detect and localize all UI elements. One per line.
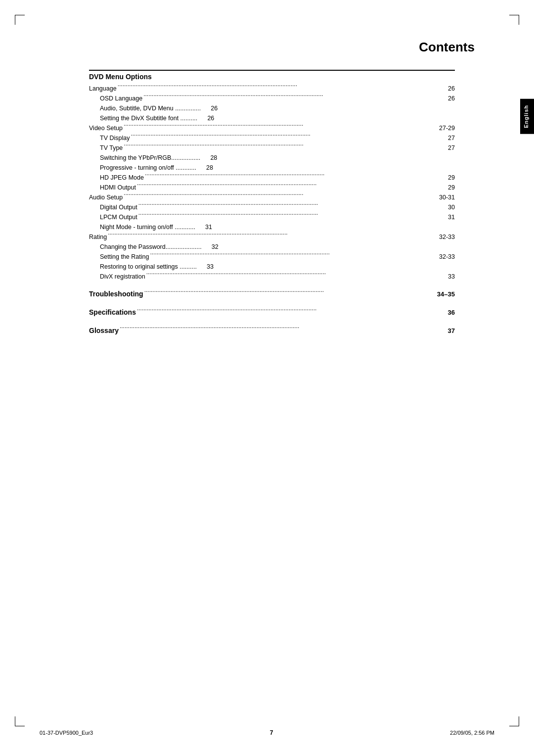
toc-page: 26: [199, 113, 214, 123]
toc-filler: [137, 308, 439, 315]
toc-label: Video Setup: [89, 123, 123, 133]
toc-label: Setting the Rating: [100, 252, 149, 262]
corner-mark-bl: [15, 716, 25, 726]
toc-filler: [138, 213, 439, 219]
toc-item-osd-language: OSD Language 26: [89, 94, 455, 103]
dvd-menu-options-title: DVD Menu Options: [89, 73, 455, 81]
toc-label: Rating: [89, 232, 107, 242]
toc-page: 27: [440, 133, 455, 143]
toc-label: TV Display: [100, 133, 130, 143]
toc-item-divx-subtitle: Setting the DivX Subtitle font .........…: [89, 113, 455, 123]
toc-label: Language: [89, 84, 117, 94]
toc-item-divx-reg: DivX registration 33: [89, 272, 455, 282]
toc-item-troubleshooting: Troubleshooting 34–35: [89, 288, 455, 300]
footer-date: 22/09/05, 2:56 PM: [450, 730, 494, 736]
toc-page: 32-33: [439, 252, 455, 262]
toc-filler: [120, 327, 439, 333]
toc-filler: [124, 124, 438, 130]
toc-label: DivX registration: [100, 272, 145, 282]
toc-page: 26: [440, 84, 455, 94]
toc-page: 28: [198, 163, 213, 173]
toc-page: 29: [440, 173, 455, 183]
corner-mark-tr: [509, 15, 519, 25]
toc-item-password: Changing the Password...................…: [89, 242, 455, 252]
toc-filler: [138, 203, 439, 209]
toc-label: Restoring to original settings .........…: [100, 262, 197, 272]
toc-item-audio-subtitle: Audio, Subtitle, DVD Menu ..............…: [89, 103, 455, 113]
toc-item-progressive: Progressive - turning on/off ...........…: [89, 163, 455, 173]
toc-page: 27: [440, 143, 455, 153]
toc-page: 33: [199, 262, 214, 272]
corner-mark-br: [509, 716, 519, 726]
toc-label: OSD Language: [100, 94, 142, 103]
toc-item-ypbpr: Switching the YPbPr/RGB.................…: [89, 153, 455, 163]
toc-page: 30-31: [439, 192, 455, 202]
toc-label: Switching the YPbPr/RGB.................: [100, 153, 200, 163]
toc-page: 32-33: [439, 232, 455, 242]
toc-item-restore: Restoring to original settings .........…: [89, 262, 455, 272]
corner-mark-tl: [15, 15, 25, 25]
toc-filler: [108, 233, 438, 239]
toc-item-tv-type: TV Type 27: [89, 143, 455, 153]
toc-filler: [137, 183, 439, 189]
toc-filler: [146, 272, 439, 279]
page-title: Contents: [40, 40, 494, 55]
toc-label: Digital Output: [100, 202, 137, 212]
footer-page-number: 7: [270, 729, 273, 736]
toc-label: Specifications: [89, 307, 136, 318]
toc-filler: [124, 193, 438, 199]
toc-item-digital-output: Digital Output 30: [89, 202, 455, 212]
toc-item-night-mode: Night Mode - turning on/off ............…: [89, 222, 455, 232]
toc-item-lpcm-output: LPCM Output 31: [89, 212, 455, 222]
dvd-menu-options-line: [89, 70, 455, 71]
toc-page: 26: [440, 94, 455, 103]
content-area: DVD Menu Options Language 26 OSD Languag…: [89, 70, 455, 336]
toc-page: 28: [202, 153, 217, 163]
toc-filler: [124, 143, 439, 150]
toc-label: Audio Setup: [89, 192, 123, 202]
toc-page: 33: [440, 272, 455, 282]
footer: 01-37-DVP5900_Eur3 7 22/09/05, 2:56 PM: [40, 729, 494, 736]
toc-filler: [143, 94, 439, 100]
language-tab: English: [520, 99, 534, 134]
toc-page: 31: [197, 222, 212, 232]
toc-page: 34–35: [437, 289, 455, 300]
toc-label: Progressive - turning on/off ...........…: [100, 163, 196, 173]
toc-label: Glossary: [89, 325, 119, 336]
toc-page: 27-29: [439, 123, 455, 133]
toc-page: 30: [440, 202, 455, 212]
toc-label: Changing the Password...................…: [100, 242, 202, 252]
toc-page: 37: [440, 326, 455, 336]
toc-page: 31: [440, 212, 455, 222]
toc-label: HD JPEG Mode: [100, 173, 144, 183]
toc-label: TV Type: [100, 143, 123, 153]
toc-item-video-setup: Video Setup 27-29: [89, 123, 455, 133]
toc-item-specifications: Specifications 36: [89, 307, 455, 318]
toc-page: 29: [440, 183, 455, 192]
toc-filler: [118, 84, 439, 91]
toc-label: Night Mode - turning on/off ............: [100, 222, 195, 232]
toc-item-hd-jpeg: HD JPEG Mode 29: [89, 173, 455, 183]
toc-page: 32: [204, 242, 219, 252]
toc-filler: [144, 290, 436, 296]
toc-filler: [131, 134, 439, 140]
footer-doc-id: 01-37-DVP5900_Eur3: [40, 730, 93, 736]
toc-item-tv-display: TV Display 27: [89, 133, 455, 143]
toc-item-set-rating: Setting the Rating 32-33: [89, 252, 455, 262]
toc-label: Audio, Subtitle, DVD Menu ..............…: [100, 103, 201, 113]
toc-item-glossary: Glossary 37: [89, 325, 455, 336]
toc-label: LPCM Output: [100, 212, 137, 222]
page-container: English Contents DVD Menu Options Langua…: [0, 0, 534, 756]
toc-page: 26: [203, 103, 218, 113]
toc-item-hdmi-output: HDMI Output 29: [89, 183, 455, 192]
toc-label: Setting the DivX Subtitle font .........…: [100, 113, 197, 123]
toc-filler: [145, 173, 439, 180]
toc-item-language: Language 26: [89, 84, 455, 94]
toc-item-audio-setup: Audio Setup 30-31: [89, 192, 455, 202]
toc-label: Troubleshooting: [89, 288, 143, 299]
toc-item-rating: Rating 32-33: [89, 232, 455, 242]
toc-filler: [150, 252, 438, 259]
toc-label: HDMI Output: [100, 183, 136, 192]
toc-page: 36: [440, 308, 455, 318]
